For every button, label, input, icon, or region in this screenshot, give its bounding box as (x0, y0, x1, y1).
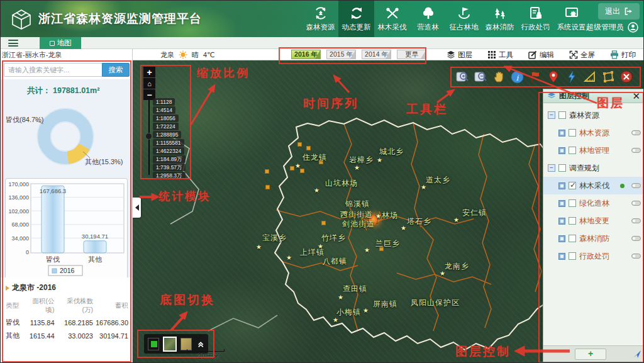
harvest-patch-marker[interactable] (300, 169, 304, 173)
menu-toggle-icon[interactable] (8, 40, 18, 47)
nav-admin-penalty[interactable]: 行政处罚 (518, 1, 553, 37)
layer-checkbox[interactable] (569, 199, 576, 207)
layer-label[interactable]: 林木采伐 (579, 181, 609, 191)
print-action-button[interactable]: 打印 (610, 50, 636, 60)
layer-label[interactable]: 林地管理 (579, 145, 609, 156)
layer-checkbox[interactable] (569, 147, 576, 154)
logout-button[interactable]: 退出 (598, 3, 640, 20)
pan-hand-icon[interactable] (492, 70, 506, 84)
layer-group-row[interactable]: − 调查规划 (543, 159, 644, 177)
layer-checkbox[interactable] (569, 217, 576, 225)
zoom-scale-option[interactable]: 1:4622324 (153, 147, 184, 155)
bar-clearcut[interactable] (42, 186, 64, 253)
layer-row[interactable]: 林地管理 (543, 142, 644, 159)
identify-icon[interactable]: i (510, 70, 524, 84)
draw-polygon-icon[interactable] (601, 70, 615, 84)
nav-timber-harvest[interactable]: 林木采伐 (374, 1, 410, 37)
layer-checkbox[interactable] (569, 235, 576, 242)
tab-map[interactable]: 地图 (40, 37, 81, 49)
basemap-vector-thumbnail[interactable] (148, 338, 159, 350)
year-button-earlier[interactable]: 更早 (397, 50, 426, 59)
layer-label[interactable]: 林地变更 (579, 216, 609, 226)
nav-afforestation[interactable]: 营造林 (410, 1, 446, 37)
zoom-scale-option[interactable]: 1:739.57万 (153, 164, 186, 171)
zoom-scale-option[interactable]: 1:2958.3万 (153, 172, 186, 179)
layer-label[interactable]: 行政处罚 (579, 251, 609, 262)
layer-row[interactable]: 林地变更 (543, 212, 644, 230)
add-layer-button[interactable]: + (575, 349, 606, 360)
layer-label[interactable]: 森林资源 (569, 110, 599, 121)
bar-other[interactable] (84, 241, 106, 253)
nav-dynamic-update[interactable]: 动态更新 (338, 1, 374, 37)
layer-opacity-slider-icon[interactable] (631, 148, 641, 153)
zoom-scale-option[interactable]: 1:72224 (153, 123, 179, 130)
nav-forest-fire[interactable]: 森林消防 (482, 1, 518, 37)
zoom-out-map-icon[interactable] (474, 70, 487, 84)
zoom-scale-option[interactable]: 1:184.89万 (153, 155, 186, 163)
layer-checkbox[interactable] (569, 252, 576, 260)
clear-icon[interactable] (619, 70, 633, 84)
layer-opacity-slider-icon[interactable] (631, 218, 641, 223)
layer-row[interactable]: 森林消防 (543, 230, 644, 247)
nav-system-settings[interactable]: 系统设置 (553, 1, 589, 37)
sidebar-collapse-button[interactable] (133, 198, 141, 218)
nav-forest-resources[interactable]: 森林资源 (303, 1, 338, 37)
harvest-patch-marker[interactable] (306, 146, 311, 150)
layer-opacity-slider-icon[interactable] (631, 236, 641, 241)
zoom-slider-handle[interactable] (145, 133, 152, 140)
layer-checkbox[interactable] (558, 164, 566, 172)
close-icon[interactable]: ✕ (632, 92, 640, 101)
zoom-in-map-icon[interactable] (455, 70, 469, 84)
harvest-patch-marker[interactable] (265, 169, 269, 174)
user-box[interactable]: 超级管理员 (586, 22, 638, 33)
layer-checkbox[interactable] (569, 129, 576, 137)
zoom-scale-option[interactable]: 1:4514 (153, 106, 175, 114)
layer-opacity-slider-icon[interactable] (631, 130, 641, 135)
pin-marker-icon[interactable] (547, 70, 560, 84)
measure-triangle-icon[interactable] (583, 70, 597, 84)
layer-opacity-slider-icon[interactable] (631, 183, 641, 188)
table-row[interactable]: 其他 1615.44 33.0023 30194.71 (3, 329, 130, 342)
year-button-2014[interactable]: 2014 年 (362, 50, 391, 59)
year-button-2016[interactable]: 2016 年 (291, 50, 321, 59)
layers-action-button[interactable]: 图层 (447, 50, 472, 60)
fullscreen-action-button[interactable]: 全屏 (569, 50, 595, 60)
harvest-patch-marker[interactable] (321, 221, 326, 225)
collapse-node-icon[interactable]: − (548, 111, 555, 119)
layer-checkbox-checked[interactable] (569, 182, 576, 189)
flag-marker-icon[interactable] (528, 70, 542, 84)
layer-opacity-slider-icon[interactable] (631, 254, 641, 259)
layer-label[interactable]: 调查规划 (569, 163, 599, 174)
expand-basemaps-icon[interactable] (197, 340, 204, 349)
tools-action-button[interactable]: 工具 (487, 50, 513, 60)
lightning-icon[interactable] (565, 70, 579, 84)
zoom-scale-option[interactable]: 1:1128 (153, 98, 175, 106)
edit-action-button[interactable]: 编辑 (528, 50, 554, 60)
layer-group-row[interactable]: − 森林资源 (543, 106, 644, 124)
zoom-scale-option[interactable]: 1:288895 (153, 131, 181, 138)
harvest-patch-marker[interactable] (290, 166, 294, 170)
harvest-patch-marker[interactable] (297, 142, 302, 147)
year-button-2015[interactable]: 2015 年 (326, 50, 356, 59)
zoom-scale-option[interactable]: 1:18056 (153, 114, 179, 122)
layer-opacity-slider-icon[interactable] (631, 201, 641, 206)
zoom-in-button[interactable]: + (143, 67, 155, 77)
search-input[interactable] (4, 63, 102, 77)
zoom-scale-option[interactable]: 1:1155581 (153, 139, 184, 147)
layer-row[interactable]: 绿化造林 (543, 194, 644, 212)
basemap-satellite-thumbnail[interactable] (163, 337, 177, 352)
layer-row-active[interactable]: 林木采伐 (543, 177, 644, 194)
search-button[interactable]: 搜索 (102, 63, 130, 77)
layer-label[interactable]: 林木资源 (579, 128, 609, 138)
basemap-terrain-thumbnail[interactable] (180, 338, 192, 350)
layer-row[interactable]: 行政处罚 (543, 247, 644, 265)
home-extent-button[interactable]: ⌂ (143, 78, 155, 89)
table-row[interactable]: 皆伐 1135.84 168.2185 167686.30 (3, 316, 130, 329)
collapse-node-icon[interactable]: − (548, 164, 555, 172)
layer-checkbox[interactable] (558, 111, 566, 119)
nav-land-occupation[interactable]: 征占林地 (446, 1, 482, 37)
layer-label[interactable]: 绿化造林 (579, 198, 609, 209)
layer-label[interactable]: 森林消防 (579, 233, 609, 244)
layer-row[interactable]: 林木资源 (543, 124, 644, 142)
harvest-patch-marker[interactable] (265, 185, 270, 189)
